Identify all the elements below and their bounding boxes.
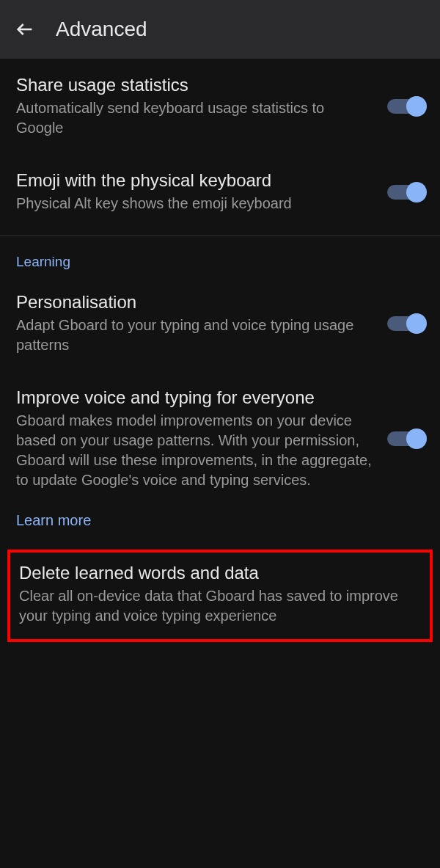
setting-title: Emoji with the physical keyboard (16, 170, 374, 191)
section-header-learning: Learning (0, 236, 440, 276)
setting-title: Personalisation (16, 292, 374, 313)
toggle-share-usage-statistics[interactable] (387, 99, 424, 114)
setting-delete-learned-words[interactable]: Delete learned words and data Clear all … (19, 563, 421, 626)
setting-text: Personalisation Adapt Gboard to your typ… (16, 292, 374, 355)
toggle-emoji-physical-keyboard[interactable] (387, 185, 424, 200)
setting-share-usage-statistics[interactable]: Share usage statistics Automatically sen… (0, 59, 440, 154)
setting-emoji-physical-keyboard[interactable]: Emoji with the physical keyboard Physica… (0, 154, 440, 230)
setting-desc: Physical Alt key shows the emoji keyboar… (16, 194, 374, 214)
header-bar: Advanced (0, 0, 440, 59)
setting-desc: Automatically send keyboard usage statis… (16, 98, 374, 138)
setting-desc: Gboard makes model improvements on your … (16, 411, 374, 490)
learn-more-link[interactable]: Learn more (0, 506, 440, 545)
back-arrow-icon[interactable] (15, 19, 35, 40)
setting-title: Improve voice and typing for everyone (16, 387, 374, 408)
setting-personalisation[interactable]: Personalisation Adapt Gboard to your typ… (0, 276, 440, 371)
setting-improve-voice-typing[interactable]: Improve voice and typing for everyone Gb… (0, 371, 440, 506)
page-title: Advanced (56, 18, 147, 41)
setting-desc: Clear all on-device data that Gboard has… (19, 586, 421, 626)
toggle-personalisation[interactable] (387, 316, 424, 331)
content-area: Share usage statistics Automatically sen… (0, 59, 440, 642)
setting-desc: Adapt Gboard to your typing and voice ty… (16, 316, 374, 355)
toggle-improve-voice-typing[interactable] (387, 431, 424, 446)
setting-title: Delete learned words and data (19, 563, 421, 583)
setting-title: Share usage statistics (16, 75, 374, 95)
setting-text: Improve voice and typing for everyone Gb… (16, 387, 374, 490)
setting-text: Emoji with the physical keyboard Physica… (16, 170, 374, 214)
setting-text: Share usage statistics Automatically sen… (16, 75, 374, 138)
highlight-annotation: Delete learned words and data Clear all … (7, 550, 433, 642)
